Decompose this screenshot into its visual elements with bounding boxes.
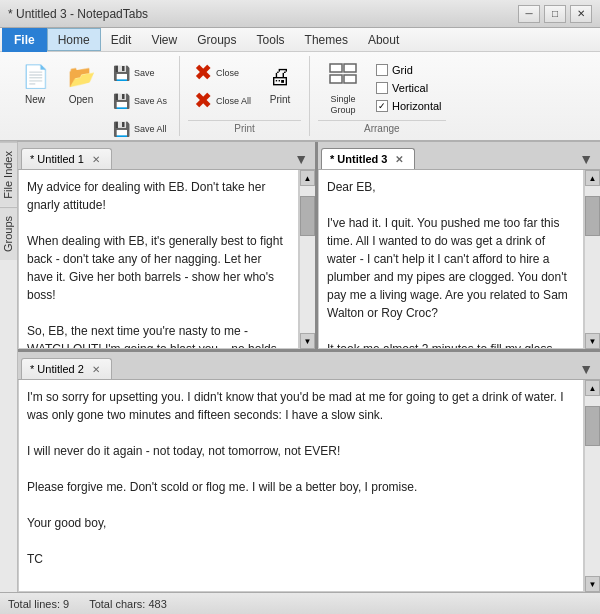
title-text: * Untitled 3 - NotepadTabs <box>8 7 148 21</box>
save-as-label: Save As <box>134 96 167 106</box>
right-editor-container: * Untitled 3 ✕ ▼ Dear EB, I've had it. I… <box>318 142 600 349</box>
left-scroll-up[interactable]: ▲ <box>300 170 315 186</box>
grid-label: Grid <box>392 64 413 76</box>
bottom-tab-bar: * Untitled 2 ✕ ▼ <box>18 352 600 380</box>
single-group-button[interactable]: SingleGroup <box>318 58 368 119</box>
top-pane: * Untitled 1 ✕ ▼ My advice for dealing w… <box>18 142 600 352</box>
ribbon-file-buttons: 📄 New 📂 Open 💾 Save 💾 Save As 💾 <box>14 56 171 142</box>
right-scroll-thumb[interactable] <box>585 196 600 236</box>
close-button[interactable]: ✕ <box>570 5 592 23</box>
close-group: ✖ Close ✖ Close All <box>188 58 255 114</box>
save-button[interactable]: 💾 Save <box>106 60 171 86</box>
maximize-button[interactable]: □ <box>544 5 566 23</box>
save-as-button[interactable]: 💾 Save As <box>106 88 171 114</box>
ribbon-print-buttons: ✖ Close ✖ Close All 🖨 Print <box>188 56 301 120</box>
right-scrollbar: ▲ ▼ <box>584 170 600 349</box>
horizontal-checkbox: ✓ <box>376 100 388 112</box>
bottom-scroll-up[interactable]: ▲ <box>585 380 600 396</box>
print-icon: 🖨 <box>264 61 296 93</box>
svg-rect-0 <box>330 64 342 72</box>
status-bar: Total lines: 9 Total chars: 483 <box>0 592 600 614</box>
tab-untitled3-close[interactable]: ✕ <box>392 152 406 166</box>
bottom-scrollbar: ▲ ▼ <box>584 380 600 592</box>
close-all-button[interactable]: ✖ Close All <box>188 88 255 114</box>
horizontal-button[interactable]: ✓ Horizontal <box>372 98 446 114</box>
horizontal-label: Horizontal <box>392 100 442 112</box>
tab-untitled3[interactable]: * Untitled 3 ✕ <box>321 148 415 169</box>
total-chars: Total chars: 483 <box>89 598 167 610</box>
left-tab-scroll[interactable]: ▼ <box>290 149 312 169</box>
arrange-group-label: Arrange <box>318 120 446 136</box>
tab-untitled3-label: * Untitled 3 <box>330 153 387 165</box>
main-area: File Index Groups * Untitled 1 ✕ ▼ My ad… <box>0 142 600 592</box>
save-all-icon: 💾 <box>110 118 132 140</box>
left-scrollbar: ▲ ▼ <box>299 170 315 349</box>
arrange-options: Grid Vertical ✓ Horizontal <box>372 58 446 114</box>
menu-bar: File Home Edit View Groups Tools Themes … <box>0 28 600 52</box>
menu-themes[interactable]: Themes <box>295 28 358 51</box>
svg-rect-3 <box>344 75 356 83</box>
save-as-icon: 💾 <box>110 90 132 112</box>
svg-rect-1 <box>344 64 356 72</box>
tab-untitled2[interactable]: * Untitled 2 ✕ <box>21 358 112 379</box>
grid-button[interactable]: Grid <box>372 62 446 78</box>
bottom-scroll-down[interactable]: ▼ <box>585 576 600 592</box>
open-button[interactable]: 📂 Open <box>60 58 102 108</box>
menu-edit[interactable]: Edit <box>101 28 142 51</box>
editor-untitled2[interactable]: I'm so sorry for upsetting you. I didn't… <box>18 380 584 592</box>
content-area: * Untitled 1 ✕ ▼ My advice for dealing w… <box>18 142 600 592</box>
left-scroll-thumb[interactable] <box>300 196 315 236</box>
tab-untitled2-close[interactable]: ✕ <box>89 362 103 376</box>
right-tab-scroll[interactable]: ▼ <box>575 149 597 169</box>
left-scroll-down[interactable]: ▼ <box>300 333 315 349</box>
editor-untitled3[interactable]: Dear EB, I've had it. I quit. You pushed… <box>318 170 584 349</box>
menu-groups[interactable]: Groups <box>187 28 246 51</box>
save-all-button[interactable]: 💾 Save All <box>106 116 171 142</box>
menu-about[interactable]: About <box>358 28 409 51</box>
close-all-label: Close All <box>216 96 251 106</box>
file-index-tab[interactable]: File Index <box>0 142 17 207</box>
save-icon: 💾 <box>110 62 132 84</box>
left-editor-container: * Untitled 1 ✕ ▼ My advice for dealing w… <box>18 142 318 349</box>
right-tab-bar: * Untitled 3 ✕ ▼ <box>318 142 600 170</box>
tab-untitled2-label: * Untitled 2 <box>30 363 84 375</box>
print-button[interactable]: 🖨 Print <box>259 58 301 108</box>
print-label: Print <box>270 94 291 105</box>
left-pane-wrapper: My advice for dealing with EB. Don't tak… <box>18 170 315 349</box>
title-bar: * Untitled 3 - NotepadTabs ─ □ ✕ <box>0 0 600 28</box>
right-scroll-down[interactable]: ▼ <box>585 333 600 349</box>
save-all-label: Save All <box>134 124 167 134</box>
minimize-button[interactable]: ─ <box>518 5 540 23</box>
print-group-label: Print <box>188 120 301 136</box>
bottom-scroll-track <box>585 396 600 576</box>
right-scroll-up[interactable]: ▲ <box>585 170 600 186</box>
editor-untitled1[interactable]: My advice for dealing with EB. Don't tak… <box>18 170 299 349</box>
ribbon-arrange-content: SingleGroup Grid Vertical ✓ Horizontal <box>318 56 446 120</box>
grid-checkbox <box>376 64 388 76</box>
new-button[interactable]: 📄 New <box>14 58 56 108</box>
window-controls: ─ □ ✕ <box>518 5 592 23</box>
close-doc-button[interactable]: ✖ Close <box>188 60 255 86</box>
close-all-icon: ✖ <box>192 90 214 112</box>
menu-file[interactable]: File <box>2 28 47 52</box>
right-pane-wrapper: Dear EB, I've had it. I quit. You pushed… <box>318 170 600 349</box>
bottom-pane-wrapper: I'm so sorry for upsetting you. I didn't… <box>18 380 600 592</box>
ribbon: 📄 New 📂 Open 💾 Save 💾 Save As 💾 <box>0 52 600 142</box>
bottom-tab-scroll[interactable]: ▼ <box>575 359 597 379</box>
tab-untitled1[interactable]: * Untitled 1 ✕ <box>21 148 112 169</box>
vertical-label: Vertical <box>392 82 428 94</box>
bottom-scroll-thumb[interactable] <box>585 406 600 446</box>
ribbon-file-group: 📄 New 📂 Open 💾 Save 💾 Save As 💾 <box>6 56 180 136</box>
vertical-checkbox <box>376 82 388 94</box>
menu-home[interactable]: Home <box>47 28 101 51</box>
menu-tools[interactable]: Tools <box>247 28 295 51</box>
new-label: New <box>25 94 45 105</box>
save-label: Save <box>134 68 155 78</box>
open-icon: 📂 <box>65 61 97 93</box>
new-icon: 📄 <box>19 61 51 93</box>
groups-tab[interactable]: Groups <box>0 207 17 260</box>
vertical-button[interactable]: Vertical <box>372 80 446 96</box>
menu-view[interactable]: View <box>141 28 187 51</box>
tab-untitled1-close[interactable]: ✕ <box>89 152 103 166</box>
close-doc-icon: ✖ <box>192 62 214 84</box>
